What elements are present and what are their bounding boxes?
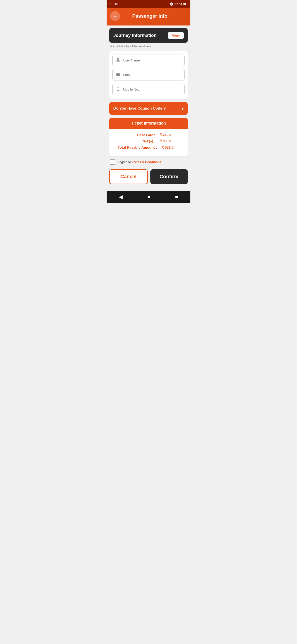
gst-row: Gst (+) : ₹ 33.00: [114, 139, 183, 143]
ticket-info-header: Ticket Information: [109, 118, 188, 129]
mobile-icon: [116, 86, 120, 92]
passenger-form-card: [109, 50, 188, 99]
terms-text: I agree to Terms & Conditions: [118, 160, 161, 164]
mobile-input[interactable]: [123, 88, 181, 91]
main-content: Journey Information View Your ticket inf…: [107, 28, 190, 191]
wifi-icon: [174, 2, 178, 6]
cancel-button[interactable]: Cancel: [109, 169, 148, 184]
journey-banner-title: Journey Information: [113, 33, 156, 38]
terms-row: I agree to Terms & Conditions: [107, 156, 190, 167]
status-icons: [170, 2, 187, 6]
base-fare-row: Base Fare : ₹ 650.0: [114, 133, 183, 137]
settings-icon: [170, 2, 173, 6]
total-label: Total Payable Amount :: [118, 146, 157, 150]
user-icon: [116, 58, 120, 63]
total-value: ₹ 683.0: [162, 145, 179, 150]
email-icon: [116, 72, 120, 78]
terms-link[interactable]: Terms & Conditions: [132, 160, 161, 164]
username-input[interactable]: [123, 58, 181, 62]
email-input-group: [112, 69, 185, 80]
mobile-input-group: [112, 84, 185, 95]
coupon-label: Do You Have Coupon Code ?: [113, 106, 166, 111]
status-time: 11:15: [110, 2, 118, 6]
confirm-button[interactable]: Confirm: [150, 169, 188, 184]
nav-recent-icon[interactable]: ■: [175, 194, 178, 200]
ticket-info-body: Base Fare : ₹ 650.0 Gst (+) : ₹ 33.00 To…: [109, 129, 188, 156]
page-title: Passenger Info: [123, 13, 177, 19]
ticket-info-title: Ticket Information: [131, 121, 166, 126]
bottom-nav: ◀ ● ■: [107, 191, 190, 203]
action-buttons: Cancel Confirm: [107, 167, 190, 188]
view-journey-button[interactable]: View: [168, 32, 184, 39]
svg-rect-3: [186, 4, 186, 4]
chevron-down-icon: ▾: [181, 106, 184, 111]
username-input-group: [112, 54, 185, 66]
email-input[interactable]: [123, 73, 181, 77]
journey-banner: Journey Information View: [109, 28, 188, 43]
battery-icon: [183, 2, 187, 6]
gst-value: ₹ 33.00: [160, 139, 178, 143]
ticket-info-section: Ticket Information Base Fare : ₹ 650.0 G…: [109, 118, 188, 156]
signal-icon: [179, 2, 182, 6]
app-header: ← Passenger Info: [107, 8, 190, 26]
terms-checkbox[interactable]: [110, 160, 115, 165]
nav-back-icon[interactable]: ◀: [119, 194, 123, 200]
svg-rect-1: [181, 3, 181, 5]
total-row: Total Payable Amount : ₹ 683.0: [114, 145, 183, 150]
nav-home-icon[interactable]: ●: [147, 194, 150, 200]
gst-label: Gst (+) :: [120, 139, 155, 143]
back-button[interactable]: ←: [110, 11, 120, 21]
base-fare-label: Base Fare :: [120, 133, 155, 137]
ticket-hint: Your ticket info will be send here.: [107, 43, 190, 50]
base-fare-value: ₹ 650.0: [160, 133, 178, 137]
svg-rect-4: [184, 3, 186, 4]
back-arrow-icon: ←: [113, 14, 117, 19]
coupon-section[interactable]: Do You Have Coupon Code ? ▾: [109, 102, 188, 115]
svg-rect-0: [181, 3, 182, 5]
status-bar: 11:15: [107, 0, 190, 8]
